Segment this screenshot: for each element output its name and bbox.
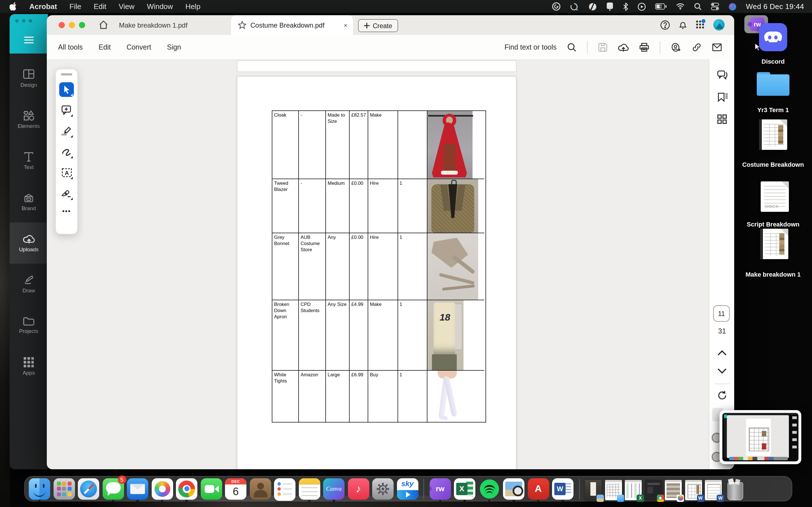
help-icon[interactable] xyxy=(660,20,670,30)
menubar-clock[interactable]: Wed 6 Dec 19:44 xyxy=(746,2,804,11)
wifi-icon[interactable] xyxy=(676,3,684,10)
minimized-window-word-doc[interactable]: W xyxy=(705,480,722,500)
dock-finder-icon[interactable] xyxy=(29,476,50,501)
dock-facetime-icon[interactable] xyxy=(200,476,222,501)
play-circle-icon[interactable] xyxy=(638,3,646,10)
canva-traffic-lights[interactable] xyxy=(15,19,32,22)
tab-costume-breakdown-active[interactable]: Costume Breakdown.pdf × xyxy=(231,15,353,35)
tab-make-breakdown[interactable]: Make breakdown 1.pdf xyxy=(119,15,188,35)
dock-rw-app-icon[interactable]: rw xyxy=(429,476,451,501)
siri-icon[interactable] xyxy=(728,3,737,10)
page-thumbnails-icon[interactable] xyxy=(717,114,727,124)
menubar-help[interactable]: Help xyxy=(185,2,200,11)
minimized-window-chrome[interactable] xyxy=(645,480,662,500)
print-icon[interactable] xyxy=(640,43,649,52)
all-tools-menu[interactable]: All tools xyxy=(58,43,83,51)
dock-excel-icon[interactable]: X xyxy=(454,476,475,501)
minimized-window-excel[interactable]: X xyxy=(625,480,642,500)
dock-calendar-icon[interactable]: DEC6 xyxy=(225,476,246,501)
search-icon[interactable] xyxy=(567,43,576,52)
menubar-app-name[interactable]: Acrobat xyxy=(29,2,57,11)
bookmarks-panel-icon[interactable] xyxy=(717,93,728,102)
script-breakdown-file-icon[interactable]: DOCX xyxy=(761,181,789,212)
sidebar-item-apps[interactable]: Apps xyxy=(10,346,48,387)
sidebar-item-elements[interactable]: Elements xyxy=(10,99,48,140)
minimized-window-photos[interactable] xyxy=(665,480,682,500)
dock-music-icon[interactable]: ♪ xyxy=(348,476,369,501)
user-avatar[interactable] xyxy=(713,19,725,31)
menubar-window[interactable]: Window xyxy=(147,2,173,11)
hamburger-menu-icon[interactable] xyxy=(24,37,34,43)
dock-launchpad-icon[interactable] xyxy=(53,476,75,501)
find-input[interactable]: Find text or tools xyxy=(504,43,557,51)
desktop-icon-label[interactable]: Yr3 Term 1 xyxy=(731,107,812,114)
current-page-input[interactable]: 11 xyxy=(713,305,730,322)
edit-menu[interactable]: Edit xyxy=(99,43,111,51)
highlight-tool-button[interactable] xyxy=(59,124,74,138)
dock-trash-icon[interactable] xyxy=(725,479,744,500)
dock-sky-icon[interactable]: sky xyxy=(397,476,418,501)
app-grid-icon[interactable] xyxy=(696,20,704,29)
create-button[interactable]: Create xyxy=(358,19,398,32)
sidebar-item-brand[interactable]: Brand xyxy=(10,181,48,223)
dock-contacts-icon[interactable] xyxy=(250,476,271,501)
dock-photos-icon[interactable] xyxy=(151,476,173,501)
save-icon[interactable] xyxy=(598,43,607,52)
battery-icon[interactable] xyxy=(655,3,666,10)
dock-preview-icon[interactable] xyxy=(503,476,524,501)
menubar-edit[interactable]: Edit xyxy=(94,2,106,11)
comments-panel-icon[interactable] xyxy=(717,70,728,80)
draw-tool-button[interactable] xyxy=(59,145,74,159)
dock-messages-icon[interactable]: 5 xyxy=(102,476,124,501)
dock-settings-icon[interactable] xyxy=(372,476,394,501)
menubar-file[interactable]: File xyxy=(69,2,81,11)
more-tools-button[interactable]: ••• xyxy=(62,207,71,215)
refresh-icon[interactable] xyxy=(717,390,727,400)
dock-mail-icon[interactable] xyxy=(127,476,148,501)
sidebar-item-design[interactable]: Design xyxy=(10,58,48,99)
pdf-viewport[interactable]: Cloak - Made to Size £82.57 Make Tweed B… xyxy=(47,59,734,469)
star-icon[interactable] xyxy=(238,21,246,29)
control-center-icon[interactable] xyxy=(711,3,719,10)
dock-safari-icon[interactable] xyxy=(78,476,99,501)
grammarly-icon[interactable] xyxy=(552,2,560,11)
minimize-window-button[interactable] xyxy=(69,22,75,28)
convert-menu[interactable]: Convert xyxy=(126,43,151,51)
dock-reminders-icon[interactable] xyxy=(274,476,296,501)
email-icon[interactable] xyxy=(712,43,722,51)
creative-cloud-sync-icon[interactable] xyxy=(570,3,579,10)
dock-acrobat-icon[interactable]: A xyxy=(527,476,549,501)
palette-drag-handle[interactable] xyxy=(61,73,72,75)
sign-tool-button[interactable] xyxy=(59,186,74,201)
dock-chrome-icon[interactable] xyxy=(176,476,197,501)
desktop-icon-label[interactable]: Make breakdown 1 xyxy=(731,271,812,279)
select-tool-button[interactable] xyxy=(59,82,74,97)
dock-word-icon[interactable]: W xyxy=(552,476,573,501)
sidebar-item-uploads[interactable]: Uploads xyxy=(10,223,48,264)
desktop-icon-label[interactable]: Costume Breakdown xyxy=(731,161,812,169)
dock-spotify-icon[interactable] xyxy=(478,476,500,501)
text-box-tool-button[interactable]: A xyxy=(59,165,74,180)
sidebar-item-text[interactable]: Text xyxy=(10,140,48,181)
affinity-app-icon[interactable] xyxy=(589,3,597,10)
pdf-page[interactable]: Cloak - Made to Size £82.57 Make Tweed B… xyxy=(237,76,516,469)
sidebar-item-draw[interactable]: Draw xyxy=(10,264,48,305)
minimized-window-photo[interactable] xyxy=(585,480,602,500)
menubar-view[interactable]: View xyxy=(119,2,135,11)
share-link-icon[interactable] xyxy=(692,43,702,52)
minimized-window-word-doc[interactable]: W xyxy=(685,480,702,500)
yr3-term1-folder-icon[interactable] xyxy=(757,72,790,96)
close-window-button[interactable] xyxy=(59,22,65,28)
minimized-window-finder[interactable] xyxy=(605,480,622,500)
cloud-upload-icon[interactable] xyxy=(618,43,629,52)
spotlight-search-icon[interactable] xyxy=(694,3,702,10)
add-comment-tool-button[interactable] xyxy=(59,103,74,117)
previous-page-button[interactable] xyxy=(718,350,726,359)
apple-menu-icon[interactable] xyxy=(10,2,17,11)
zoom-window-button[interactable] xyxy=(79,22,85,28)
sidebar-item-projects[interactable]: Projects xyxy=(10,305,48,346)
add-user-icon[interactable] xyxy=(671,43,681,52)
dock-canva-icon[interactable]: Canva xyxy=(323,476,345,501)
next-page-button[interactable] xyxy=(718,365,726,374)
make-breakdown-file-icon[interactable] xyxy=(760,229,788,259)
